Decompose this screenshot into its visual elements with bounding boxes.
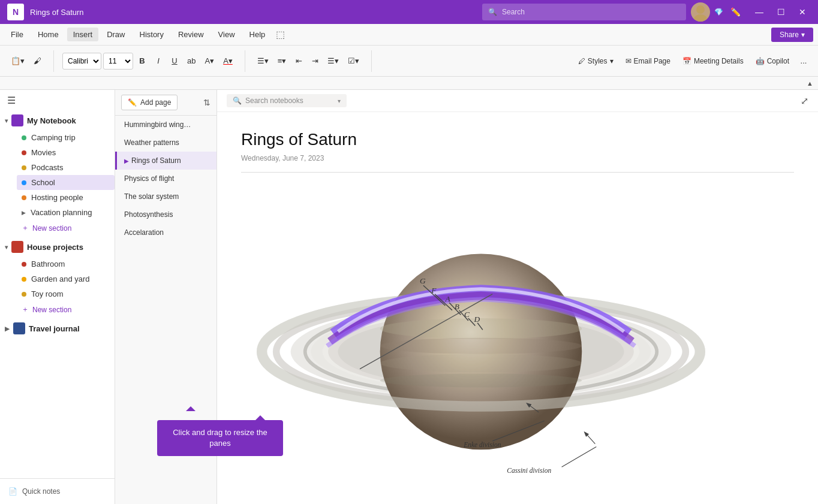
sidebar-resize-handle[interactable] xyxy=(113,90,117,504)
sidebar-item-school[interactable]: School xyxy=(17,175,115,190)
sidebar-item-movies[interactable]: Movies xyxy=(17,145,115,160)
svg-line-32 xyxy=(562,447,597,467)
plus-icon: ＋ xyxy=(22,223,29,233)
search-notebooks-box[interactable]: 🔍 Search notebooks ▾ xyxy=(227,94,347,107)
font-size-select[interactable]: 11 xyxy=(103,53,133,70)
checkbox-button[interactable]: ☑▾ xyxy=(344,53,363,70)
section-dot xyxy=(22,150,26,155)
page-date: Wednesday, June 7, 2023 xyxy=(241,154,794,162)
paragraph-group: ☰▾ ≡▾ ⇤ ⇥ ☰▾ ☑▾ xyxy=(251,53,366,70)
notebook-my-notebook: ▾ My Notebook Camping trip Movies Podcas… xyxy=(0,111,115,236)
font-family-select[interactable]: Calibri xyxy=(62,53,101,70)
font-group: Calibri 11 B I U ab A▾ A▾ xyxy=(60,53,239,70)
notebook-house-projects-header[interactable]: ▾ House projects xyxy=(0,237,115,256)
numbering-button[interactable]: ≡▾ xyxy=(274,53,290,70)
highlight-button[interactable]: A▾ xyxy=(201,53,218,70)
underline-button[interactable]: U xyxy=(167,53,182,70)
svg-text:C: C xyxy=(464,310,470,319)
menu-home[interactable]: Home xyxy=(32,28,65,41)
italic-button[interactable]: I xyxy=(151,53,166,70)
notebook-house-projects-label: House projects xyxy=(27,243,83,252)
title-bar: N Rings of Saturn 🔍 💎 ✏️ — ☐ ✕ xyxy=(0,0,818,24)
email-page-button[interactable]: ✉ Email Page xyxy=(621,55,675,68)
premium-icon[interactable]: 💎 xyxy=(710,4,727,20)
hamburger-button[interactable]: ☰ xyxy=(0,90,115,111)
sidebar-item-camping-trip[interactable]: Camping trip xyxy=(17,130,115,145)
page-rings-of-saturn[interactable]: ▶ Rings of Saturn xyxy=(115,152,216,170)
maximize-button[interactable]: ☐ xyxy=(772,4,789,20)
page-hummingbird[interactable]: Hummingbird wing… xyxy=(115,116,216,134)
sidebar-item-vacation-planning[interactable]: ▶ Vacation planning xyxy=(17,205,115,220)
quick-notes-button[interactable]: 📄 Quick notes xyxy=(5,484,110,499)
page-the-solar-system[interactable]: The solar system xyxy=(115,188,216,206)
page-accelaration[interactable]: Accelaration xyxy=(115,224,216,242)
sort-pages-button[interactable]: ⇅ xyxy=(203,98,210,107)
decrease-indent-button[interactable]: ⇤ xyxy=(291,53,306,70)
share-button[interactable]: Share ▾ xyxy=(771,28,813,42)
minimize-button[interactable]: — xyxy=(751,4,768,20)
menu-review[interactable]: Review xyxy=(172,28,210,41)
menu-view[interactable]: View xyxy=(212,28,241,41)
more-options-button[interactable]: ... xyxy=(796,53,811,70)
format-painter-button[interactable]: 🖌 xyxy=(30,53,45,70)
title-search-box[interactable]: 🔍 xyxy=(482,4,686,20)
add-page-button[interactable]: ✏️ Add page xyxy=(121,95,178,110)
section-label: School xyxy=(31,178,55,187)
styles-button[interactable]: 🖊 Styles ▾ xyxy=(573,55,618,68)
strikethrough-button[interactable]: ab xyxy=(184,53,199,70)
svg-text:Cassini division: Cassini division xyxy=(507,467,551,474)
search-icon: 🔍 xyxy=(233,96,242,105)
svg-text:G: G xyxy=(420,276,426,285)
svg-text:Enke division: Enke division xyxy=(463,441,501,448)
page-physics-of-flight[interactable]: Physics of flight xyxy=(115,170,216,188)
sidebar-item-bathroom[interactable]: Bathroom xyxy=(17,256,115,271)
draw-icon[interactable]: ✏️ xyxy=(727,4,744,20)
section-label: Hosting people xyxy=(31,193,83,202)
avatar[interactable] xyxy=(691,2,710,22)
chevron-down-icon: ▾ xyxy=(5,117,8,124)
section-dot xyxy=(22,165,26,170)
section-label: Movies xyxy=(31,148,56,157)
ribbon-collapse-arrow[interactable]: ▲ xyxy=(807,80,813,87)
meeting-details-button[interactable]: 📅 Meeting Details xyxy=(678,55,748,68)
main-layout: ☰ ▾ My Notebook Camping trip Movies xyxy=(0,90,818,504)
new-section-button-2[interactable]: ＋ New section xyxy=(17,301,115,318)
copilot-icon: 🤖 xyxy=(756,57,765,65)
align-button[interactable]: ☰▾ xyxy=(324,53,342,70)
sidebar-item-hosting-people[interactable]: Hosting people xyxy=(17,190,115,205)
menu-file[interactable]: File xyxy=(5,28,29,41)
new-section-button-1[interactable]: ＋ New section xyxy=(17,220,115,236)
menu-draw[interactable]: Draw xyxy=(101,28,131,41)
bullets-button[interactable]: ☰▾ xyxy=(254,53,272,70)
menu-history[interactable]: History xyxy=(134,28,170,41)
search-input[interactable] xyxy=(502,8,680,16)
notebook-icon xyxy=(11,114,23,126)
paste-button[interactable]: 📋▾ xyxy=(7,53,28,70)
active-page-arrow: ▶ xyxy=(124,158,129,164)
page-label: Rings of Saturn xyxy=(131,156,181,165)
increase-indent-button[interactable]: ⇥ xyxy=(308,53,322,70)
section-dot xyxy=(22,277,26,282)
page-weather-patterns[interactable]: Weather patterns xyxy=(115,134,216,152)
svg-point-1 xyxy=(694,14,707,22)
styles-label: Styles xyxy=(588,57,608,65)
svg-point-0 xyxy=(696,5,705,14)
menu-insert[interactable]: Insert xyxy=(67,28,99,41)
menu-help[interactable]: Help xyxy=(243,28,272,41)
copilot-button[interactable]: 🤖 Copilot xyxy=(751,55,794,68)
bold-button[interactable]: B xyxy=(135,53,149,70)
font-color-button[interactable]: A▾ xyxy=(219,53,236,70)
sidebar-item-toy-room[interactable]: Toy room xyxy=(17,286,115,301)
close-button[interactable]: ✕ xyxy=(794,4,811,20)
page-photosynthesis[interactable]: Photosynthesis xyxy=(115,206,216,224)
expand-content-button[interactable]: ⤢ xyxy=(801,95,808,107)
sidebar-item-garden-and-yard[interactable]: Garden and yard xyxy=(17,271,115,286)
meeting-icon: 📅 xyxy=(682,57,691,65)
page-title[interactable]: Rings of Saturn xyxy=(241,130,794,149)
notebook-travel-journal-header[interactable]: ▶ Travel journal xyxy=(0,319,115,338)
notebook-house-projects: ▾ House projects Bathroom Garden and yar… xyxy=(0,237,115,318)
ribbon-collapse-toggle[interactable]: ⬚ xyxy=(276,29,285,40)
notebook-my-notebook-header[interactable]: ▾ My Notebook xyxy=(0,111,115,130)
sidebar-item-podcasts[interactable]: Podcasts xyxy=(17,160,115,175)
add-page-label: Add page xyxy=(140,98,171,107)
